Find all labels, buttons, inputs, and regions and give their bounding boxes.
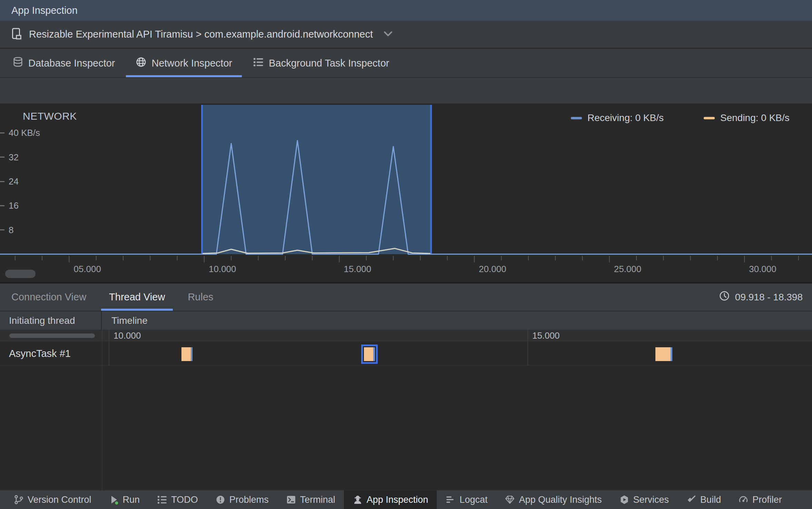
toolbar-item-logcat[interactable]: Logcat xyxy=(437,490,496,509)
timeline-tick xyxy=(109,330,109,341)
toolbar-item-terminal[interactable]: Terminal xyxy=(277,490,344,509)
y-axis-tick-label: 16 xyxy=(9,200,19,211)
y-axis-tick-label: 40 KB/s xyxy=(9,128,40,138)
todo-icon xyxy=(157,495,167,505)
timeline-tick-row: 10.00015.000 xyxy=(0,330,812,341)
legend-sending: Sending: 0 KB/s xyxy=(704,112,790,123)
svg-text:20.000: 20.000 xyxy=(479,264,506,274)
y-axis-tick-label: 24 xyxy=(9,176,19,187)
process-selector-dropdown[interactable]: Resizable Experimental API Tiramisu > co… xyxy=(10,27,394,41)
timeline-tick-label: 15.000 xyxy=(532,330,560,341)
column-divider[interactable] xyxy=(102,330,102,341)
toolbar-item-run[interactable]: Run xyxy=(100,490,149,509)
thread-table-body: AsyncTask #1 xyxy=(0,341,812,490)
tab-connection-view[interactable]: Connection View xyxy=(0,283,98,311)
thread-timeline-track[interactable] xyxy=(102,341,812,366)
block-receiving-segment xyxy=(671,347,672,361)
network-usage-chart[interactable]: 05.00010.00015.00020.00025.00030.000 xyxy=(0,104,812,283)
device-phone-icon xyxy=(10,27,23,41)
toolbar-item-label: Problems xyxy=(229,495,269,505)
services-icon xyxy=(619,495,630,505)
block-receiving-segment xyxy=(191,347,192,361)
tab-thread-view[interactable]: Thread View xyxy=(98,283,176,311)
y-axis-tick xyxy=(0,157,4,158)
run-icon xyxy=(109,495,119,505)
process-selector-label: Resizable Experimental API Tiramisu > co… xyxy=(29,29,373,40)
timeline-tick xyxy=(527,330,528,341)
task-list-icon xyxy=(253,57,264,70)
toolbar-item-label: Run xyxy=(123,495,140,505)
y-axis-tick xyxy=(0,181,4,182)
y-axis-tick xyxy=(0,205,4,206)
svg-text:30.000: 30.000 xyxy=(749,264,776,274)
block-sending-segment xyxy=(364,347,373,361)
toolbar-item-services[interactable]: Services xyxy=(611,490,678,509)
database-icon xyxy=(12,57,23,70)
sending-legend-swatch xyxy=(704,117,715,119)
table-row: AsyncTask #1 xyxy=(0,341,812,366)
toolbar-item-label: Services xyxy=(633,495,669,505)
toolbar-item-label: Profiler xyxy=(752,495,782,505)
spy-icon xyxy=(353,495,363,505)
thread-table-header: Initiating thread Timeline xyxy=(0,311,812,330)
svg-text:25.000: 25.000 xyxy=(614,264,642,274)
thread-column-scrollbar[interactable] xyxy=(9,333,95,338)
toolbar-item-todo[interactable]: TODO xyxy=(148,490,207,509)
y-axis-tick-label: 32 xyxy=(9,152,19,163)
toolbar-item-label: App Quality Insights xyxy=(519,495,602,505)
network-event-block[interactable] xyxy=(181,347,192,361)
toolbar-item-label: App Inspection xyxy=(367,495,428,505)
toolbar-item-profiler[interactable]: Profiler xyxy=(730,490,791,509)
problems-icon xyxy=(215,495,226,505)
legend-receiving: Receiving: 0 KB/s xyxy=(571,112,664,123)
tab-label: Background Task Inspector xyxy=(269,58,389,69)
chart-horizontal-scrollbar-thumb[interactable] xyxy=(5,270,36,278)
network-event-block-selected[interactable] xyxy=(364,347,375,361)
toolbar-item-version-control[interactable]: Version Control xyxy=(5,490,100,509)
column-header-initiating-thread[interactable]: Initiating thread xyxy=(0,311,102,330)
tab-label: Network Inspector xyxy=(151,58,232,69)
y-axis-tick xyxy=(0,229,4,230)
column-divider[interactable] xyxy=(102,341,102,490)
tab-database-inspector[interactable]: Database Inspector xyxy=(2,49,125,77)
toolbar-item-label: Build xyxy=(700,495,721,505)
block-receiving-segment xyxy=(373,347,375,361)
block-sending-segment xyxy=(655,347,671,361)
selected-time-range-text: 09.918 - 18.398 xyxy=(735,292,803,303)
terminal-icon xyxy=(286,495,296,505)
globe-icon xyxy=(136,57,147,70)
toolbar-item-build[interactable]: Build xyxy=(677,490,730,509)
tool-window-title: App Inspection xyxy=(11,5,78,16)
tab-label: Thread View xyxy=(109,291,165,303)
tab-label: Connection View xyxy=(11,291,86,303)
sending-legend-label: Sending: 0 KB/s xyxy=(720,112,790,123)
gem-icon xyxy=(505,495,515,505)
toolbar-item-app-quality-insights[interactable]: App Quality Insights xyxy=(496,490,610,509)
svg-text:10.000: 10.000 xyxy=(209,264,236,274)
logcat-icon xyxy=(445,495,456,505)
tab-background-task-inspector[interactable]: Background Task Inspector xyxy=(242,49,399,77)
chart-title: NETWORK xyxy=(23,110,77,122)
profiler-icon xyxy=(738,495,749,505)
svg-text:15.000: 15.000 xyxy=(344,264,372,274)
toolbar-item-label: Logcat xyxy=(459,495,487,505)
tool-window-titlebar: App Inspection xyxy=(0,0,812,21)
network-event-block[interactable] xyxy=(655,347,672,361)
timeline-tick-label: 10.000 xyxy=(113,330,141,341)
toolbar-item-label: Terminal xyxy=(300,495,335,505)
toolbar-item-app-inspection[interactable]: App Inspection xyxy=(344,490,437,509)
tab-network-inspector[interactable]: Network Inspector xyxy=(125,49,242,77)
receiving-legend-swatch xyxy=(571,117,582,119)
inspector-tab-bar: Database Inspector Network Inspector xyxy=(0,49,812,77)
network-inspector-toolbar xyxy=(0,77,812,103)
network-usage-chart-panel: 05.00010.00015.00020.00025.00030.000 NET… xyxy=(0,103,812,282)
column-header-timeline[interactable]: Timeline xyxy=(102,315,148,326)
y-axis-tick xyxy=(0,132,4,133)
toolbar-item-label: Version Control xyxy=(28,495,91,505)
toolbar-item-problems[interactable]: Problems xyxy=(207,490,277,509)
receiving-legend-label: Receiving: 0 KB/s xyxy=(587,112,664,123)
clock-icon xyxy=(719,290,730,304)
toolbar-item-label: TODO xyxy=(171,495,198,505)
tab-rules[interactable]: Rules xyxy=(176,283,225,311)
git-branch-icon xyxy=(13,495,24,505)
